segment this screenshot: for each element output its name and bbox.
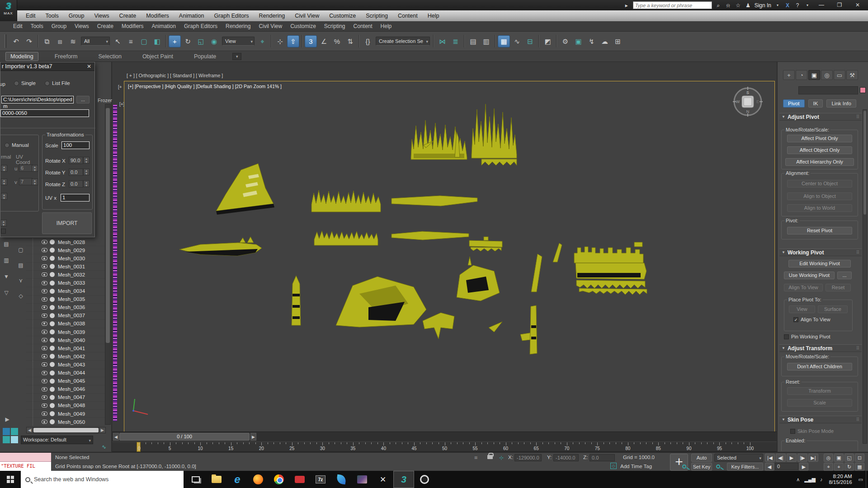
viewport-inner-label[interactable]: [+] [Perspective ] [High Quality ] [Defa… — [128, 84, 282, 89]
mesh-list-item[interactable]: Mesh_0046 — [26, 385, 105, 394]
ribbon-tab-modeling[interactable]: Modeling — [5, 52, 38, 61]
menu-views[interactable]: Views — [89, 10, 114, 21]
workspace-selector-dropdown[interactable]: Workspace: Default — [21, 436, 93, 444]
visibility-eye-icon[interactable] — [42, 362, 47, 366]
object-name-field[interactable] — [798, 86, 858, 94]
affect-hierarchy-only-button[interactable]: Affect Hierarchy Only — [785, 158, 854, 166]
next-frame-arrow[interactable]: ▶ — [250, 433, 256, 441]
rendered-frame-icon[interactable]: ▣ — [572, 35, 585, 47]
material-editor-icon[interactable]: ◩ — [542, 35, 554, 47]
scene-explorer-icon[interactable]: ▤ — [467, 35, 479, 47]
menu2-civil-view[interactable]: Civil View — [255, 23, 286, 29]
align-to-object-button[interactable]: Align to Object — [787, 192, 852, 200]
schematic-view-icon[interactable]: ⊟ — [524, 35, 536, 47]
command-panel-scrollbar[interactable] — [863, 109, 867, 444]
render-setup-icon[interactable]: ⚙ — [559, 35, 571, 47]
working-pivot-reset-button[interactable]: Reset — [826, 284, 851, 291]
menu-tools[interactable]: Tools — [41, 10, 64, 21]
file-range-field[interactable]: 0000-0050 — [0, 109, 89, 117]
add-time-tag[interactable]: Add Time Tag — [620, 464, 652, 469]
use-working-pivot-button[interactable]: Use Working Pivot — [784, 272, 835, 279]
keyboard-shortcut-override-icon[interactable]: ⇧ — [287, 35, 299, 47]
menu2-customize[interactable]: Customize — [286, 23, 320, 29]
select-and-link-icon[interactable]: ⧉ — [41, 35, 53, 47]
skin-pose-mode-checkbox[interactable] — [790, 429, 795, 434]
play-button[interactable]: ▶ — [787, 454, 797, 462]
maxscript-mini-listener[interactable]: "TEXTURE FIL — [0, 462, 51, 471]
mesh-list-item[interactable]: Mesh_0035 — [26, 296, 105, 304]
render-dot-icon[interactable] — [50, 354, 55, 359]
explorer-view-icon[interactable]: ▥ — [2, 256, 11, 265]
menu-scripting[interactable]: Scripting — [361, 10, 393, 21]
render-dot-icon[interactable] — [50, 411, 55, 416]
menu-rendering[interactable]: Rendering — [254, 10, 290, 21]
render-dot-icon[interactable] — [50, 272, 55, 277]
render-dot-icon[interactable] — [50, 281, 55, 286]
visibility-eye-icon[interactable] — [42, 322, 47, 326]
taskbar-app-task-view[interactable] — [185, 471, 206, 488]
menu-group[interactable]: Group — [64, 10, 90, 21]
render-dot-icon[interactable] — [50, 248, 55, 253]
scrollbar-thumb[interactable] — [106, 108, 110, 343]
dialog-close-icon[interactable]: ✕ — [85, 63, 93, 70]
undo-icon[interactable]: ↶ — [10, 35, 22, 47]
time-slider-thumb[interactable]: 0 / 100 — [119, 433, 250, 441]
taskbar-app-chrome[interactable] — [269, 471, 289, 488]
time-slider-track[interactable]: ◀ 0 / 100 ▶ — [112, 432, 777, 441]
rollout-adjust-transform[interactable]: ▼Adjust Transform⠿ — [779, 344, 862, 352]
menu-animation[interactable]: Animation — [174, 10, 209, 21]
mini-curve-editor-icon[interactable]: ∿ — [99, 443, 109, 451]
toolbar-grip[interactable] — [5, 34, 6, 48]
visibility-eye-icon[interactable] — [42, 330, 47, 334]
create-key-plus-button[interactable]: + — [670, 454, 688, 471]
taskbar-app-edge[interactable]: e — [227, 471, 248, 488]
explorer-vertical-scrollbar[interactable] — [105, 104, 111, 425]
render-dot-icon[interactable] — [50, 379, 55, 384]
visibility-eye-icon[interactable] — [42, 272, 47, 277]
rollout-adjust-pivot[interactable]: ▼Adjust Pivot⠿ — [779, 113, 862, 121]
curve-editor-icon[interactable]: ∿ — [511, 35, 523, 47]
mirror-icon[interactable]: ⋈ — [436, 35, 448, 47]
maxscript-mini-listener-top[interactable] — [0, 453, 51, 462]
key-step-back-button[interactable]: ◀ — [765, 463, 774, 471]
tab-modify[interactable]: ◔ — [796, 70, 807, 80]
next-frame-button[interactable]: |▶ — [797, 454, 807, 462]
communication-center-icon[interactable]: ⍾ — [725, 2, 732, 9]
selection-filter-dropdown[interactable]: All — [81, 37, 110, 46]
subtab-link-info[interactable]: Link Info — [826, 99, 856, 108]
manual-radio[interactable] — [5, 143, 9, 148]
mesh-list-item[interactable]: Mesh_0050 — [26, 418, 105, 426]
start-button[interactable] — [0, 471, 21, 488]
mesh-list-item[interactable]: Mesh_0037 — [26, 312, 105, 320]
explorer-expand-icon[interactable]: ▶ — [3, 415, 12, 424]
redo-icon[interactable]: ↷ — [23, 35, 35, 47]
time-tag-cube-icon[interactable]: ◇ — [610, 463, 617, 469]
keyword-search-input[interactable] — [633, 1, 712, 9]
working-pivot-more-button[interactable]: ... — [837, 272, 852, 279]
menu2-create[interactable]: Create — [93, 23, 118, 29]
taskbar-app-photos[interactable] — [352, 471, 373, 488]
taskbar-app-file-explorer[interactable] — [206, 471, 227, 488]
extra-spinner[interactable]: ▲▼ — [1, 193, 7, 200]
uv-x-field[interactable]: 1 — [61, 194, 90, 202]
render-dot-icon[interactable] — [50, 289, 55, 294]
render-dot-icon[interactable] — [50, 419, 55, 424]
render-production-icon[interactable]: ↯ — [585, 35, 598, 47]
render-dot-icon[interactable] — [50, 338, 55, 343]
visibility-eye-icon[interactable] — [42, 314, 47, 318]
menu2-graph-editors[interactable]: Graph Editors — [180, 23, 222, 29]
tab-motion[interactable]: ◎ — [821, 70, 833, 80]
subtab-ik[interactable]: IK — [808, 99, 823, 108]
zoom-extents-icon[interactable]: ◱ — [844, 454, 854, 462]
place-surface-button[interactable]: Surface — [818, 305, 848, 313]
named-selection-dropdown[interactable]: Create Selection Se — [376, 37, 430, 46]
render-dot-icon[interactable] — [50, 264, 55, 269]
mesh-list-item[interactable]: Mesh_0034 — [26, 287, 105, 296]
ribbon-toggle-icon[interactable]: ▦ — [498, 35, 510, 47]
visibility-eye-icon[interactable] — [42, 379, 47, 383]
visibility-eye-icon[interactable] — [42, 354, 47, 358]
orbit-icon[interactable]: ↻ — [844, 463, 854, 471]
menu-help[interactable]: Help — [423, 10, 444, 21]
select-and-rotate-icon[interactable]: ↻ — [182, 35, 194, 47]
menu2-help[interactable]: Help — [377, 23, 396, 29]
